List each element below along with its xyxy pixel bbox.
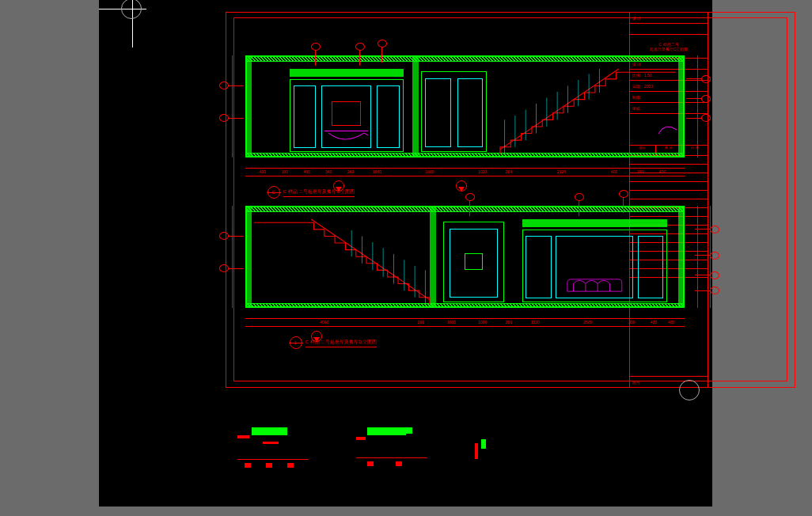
dim-value: 266 (418, 320, 424, 324)
callout-bubble (710, 271, 719, 279)
dim-value: 260 (347, 169, 354, 174)
panel (450, 229, 498, 298)
panel-main (321, 85, 371, 148)
dim-value: 180 (637, 169, 643, 174)
artwork (465, 253, 483, 270)
ceiling-slab (245, 55, 685, 62)
pillar-left (245, 206, 252, 308)
dimension-string-bottom-2 (245, 326, 685, 327)
detail-thumbnail (356, 427, 427, 471)
feature-panel-mid (443, 222, 505, 302)
view-title-text: C 样品 二号起居厅及餐厅C立面图 (283, 188, 355, 197)
pillar-right (678, 55, 685, 157)
revision-row (630, 190, 708, 199)
dim-value: 1010 (447, 320, 456, 324)
pillar-left (245, 55, 252, 157)
door-leaf (457, 78, 484, 147)
view-id-bubble: C (268, 186, 280, 199)
elevation-view-b: 4060 266 1010 1000 266 1020 2580 300 430… (245, 206, 685, 336)
sofa (564, 276, 625, 294)
dimension-string-bottom (245, 318, 685, 319)
dim-value: 490 (304, 169, 310, 174)
dimension-string-right (697, 55, 698, 157)
pillar-mid (412, 55, 419, 157)
panel (638, 236, 664, 298)
dim-value: 100 (282, 169, 288, 174)
dimension-string-left (232, 55, 233, 157)
view-title-b: 1 C 样品 二号起居厅及餐厅D立面图 (290, 336, 377, 349)
dim-value: 1660 (426, 169, 434, 174)
view-id-bubble: 1 (290, 336, 302, 349)
callout-bubble (378, 40, 387, 47)
callout-bubble (219, 232, 229, 240)
dim-value: 430 (651, 320, 657, 324)
door-leaf (425, 78, 451, 147)
dimension-string-left (232, 206, 233, 308)
console (324, 131, 368, 146)
dim-value: 340 (325, 169, 332, 174)
cornice (522, 219, 667, 227)
panel-main (556, 236, 633, 298)
callout-bubble (219, 264, 229, 272)
callout-bubble (219, 82, 229, 89)
dim-value: 266 (506, 320, 512, 324)
detail-thumbnail (237, 427, 309, 471)
view-title-text: C 样品 二号起居厅及餐厅D立面图 (305, 339, 377, 347)
callout-bubble (311, 43, 321, 51)
dim-value: 1000 (478, 320, 487, 324)
dim-value: 300 (628, 320, 635, 324)
dim-value: 420 (260, 169, 266, 174)
viewport-corner-marker (679, 380, 700, 400)
view-title-a: C C 样品 二号起居厅及餐厅C立面图 (268, 186, 355, 199)
dim-value: 1020 (531, 320, 540, 324)
pillar-right (678, 206, 685, 308)
dim-value: 1020 (478, 169, 487, 174)
dim-value: 2580 (583, 320, 592, 324)
callout-bubble (619, 190, 628, 198)
elevation-view-a: 420 100 490 340 260 1000 1660 1020 264 2… (245, 55, 685, 186)
dimension-string-bottom (245, 168, 685, 169)
callout-bubble (355, 43, 365, 51)
feature-panelling-right (522, 230, 667, 302)
callout-bubble (465, 193, 475, 201)
cornice (290, 69, 404, 77)
staircase (254, 219, 430, 304)
dim-value: 4060 (320, 320, 328, 324)
staircase (500, 69, 676, 154)
panel (294, 85, 316, 148)
callout-bubble (575, 193, 584, 201)
artwork-niche (332, 101, 360, 126)
cad-canvas[interactable]: 设 计 C 样品二号 起居厅及餐厅C立面图 设 计 比例： 1:50 日期： 2… (99, 0, 712, 507)
callout-bubble (219, 114, 229, 122)
ceiling-slab (245, 206, 685, 212)
dim-value: 400 (611, 169, 617, 174)
panel (526, 236, 552, 298)
detail-thumbnail (475, 427, 507, 471)
dim-value: 430 (659, 169, 666, 174)
panel (377, 85, 399, 148)
door-opening (421, 71, 487, 152)
dimension-string-right (697, 206, 698, 308)
titleblock-project-header: 设 计 (629, 13, 708, 24)
dim-value: 1000 (373, 169, 381, 174)
detail-thumbnail-row (237, 427, 538, 475)
callout-bubble (701, 95, 711, 103)
dimension-string-bottom-2 (245, 176, 685, 176)
callout-bubble (701, 75, 711, 83)
dim-value: 264 (506, 169, 512, 174)
titleblock-spacer (629, 24, 708, 35)
dim-value: 430 (668, 320, 674, 324)
pillar-mid (430, 206, 436, 308)
feature-panelling (290, 79, 404, 152)
dim-value: 2120 (557, 169, 566, 174)
